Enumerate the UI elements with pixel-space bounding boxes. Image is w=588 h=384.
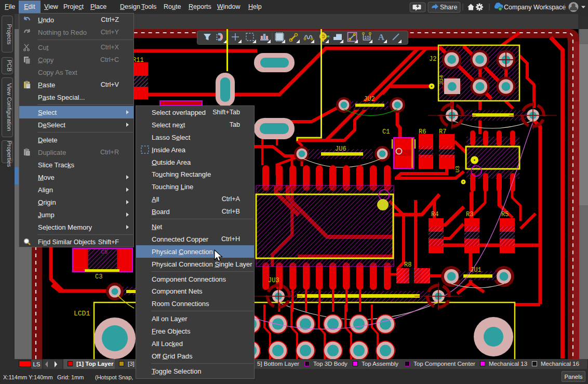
svg-text:Share: Share	[440, 4, 457, 11]
svg-text:R6: R6	[419, 128, 426, 136]
svg-text:R8: R8	[404, 261, 411, 269]
svg-text:LCD1: LCD1	[74, 310, 90, 317]
svg-text:JU6: JU6	[335, 145, 346, 153]
svg-text:J2: J2	[429, 56, 436, 63]
svg-text:R11: R11	[132, 57, 144, 64]
svg-text:C5: C5	[101, 249, 108, 255]
svg-text:C1: C1	[382, 128, 390, 136]
svg-text:Company Workspace: Company Workspace	[504, 4, 566, 11]
svg-text:C3: C3	[95, 273, 102, 281]
svg-text:JU4: JU4	[438, 75, 445, 85]
svg-text:R4: R4	[431, 211, 438, 218]
svg-text:JU3: JU3	[268, 277, 279, 284]
svg-text:R5: R5	[501, 211, 509, 218]
svg-text:R7: R7	[439, 128, 446, 136]
svg-text:R3: R3	[466, 211, 473, 218]
svg-text:U3: U3	[455, 166, 461, 173]
svg-text:JU2: JU2	[364, 96, 375, 103]
